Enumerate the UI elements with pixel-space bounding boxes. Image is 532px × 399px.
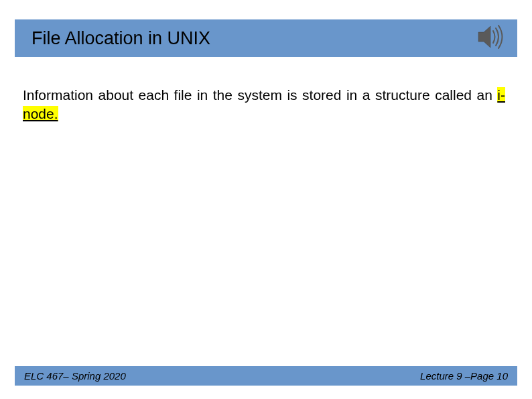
footer-bar: ELC 467– Spring 2020 Lecture 9 –Page 10: [15, 366, 517, 386]
slide-body: Information about each file in the syste…: [23, 86, 505, 124]
footer-course: ELC 467– Spring 2020: [24, 370, 126, 382]
body-text-before: Information about each file in the syste…: [23, 87, 497, 103]
slide-title: File Allocation in UNIX: [31, 28, 210, 49]
speaker-icon: [473, 20, 507, 54]
title-bar: File Allocation in UNIX: [15, 19, 517, 57]
footer-page: Lecture 9 –Page 10: [420, 370, 508, 382]
